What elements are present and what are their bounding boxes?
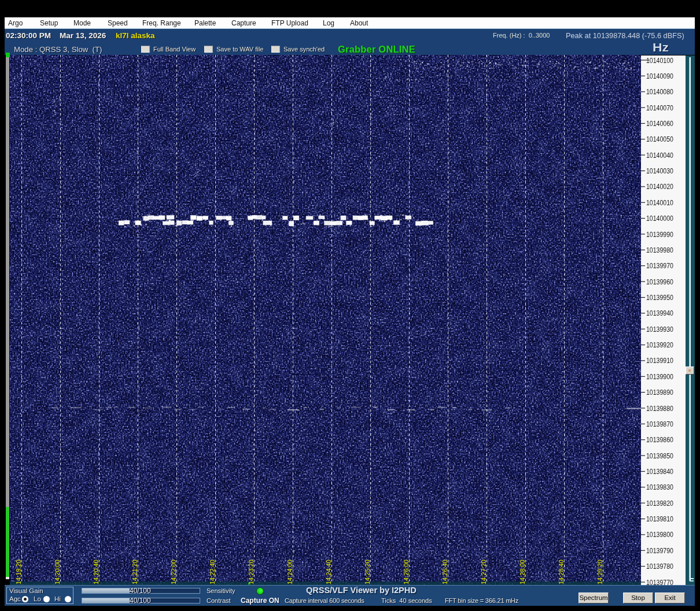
svg-text:10139770: 10139770 — [646, 578, 673, 586]
svg-text:10140020: 10140020 — [646, 182, 673, 191]
svg-text:10140030: 10140030 — [646, 166, 673, 175]
svg-text:10139790: 10139790 — [646, 546, 673, 555]
svg-text:10139810: 10139810 — [646, 514, 673, 523]
svg-text:14:22:00: 14:22:00 — [170, 560, 177, 584]
svg-text:10139840: 10139840 — [646, 467, 673, 476]
svg-text:10139900: 10139900 — [646, 372, 673, 381]
svg-text:14:24:00: 14:24:00 — [286, 560, 293, 584]
svg-text:14:29:20: 14:29:20 — [596, 560, 603, 584]
svg-text:14:21:20: 14:21:20 — [131, 560, 138, 584]
svg-text:10139880: 10139880 — [646, 404, 673, 413]
svg-text:10139960: 10139960 — [646, 277, 673, 286]
svg-text:14:23:20: 14:23:20 — [248, 560, 255, 584]
svg-text:10139970: 10139970 — [646, 261, 673, 270]
svg-text:10139910: 10139910 — [646, 356, 673, 365]
svg-text:10139930: 10139930 — [646, 325, 673, 334]
svg-text:10140050: 10140050 — [646, 135, 673, 143]
svg-text:10139890: 10139890 — [646, 388, 673, 397]
svg-text:10139850: 10139850 — [646, 451, 673, 460]
svg-text:10140060: 10140060 — [646, 119, 673, 128]
svg-text:10140040: 10140040 — [646, 151, 673, 160]
svg-text:10139980: 10139980 — [646, 246, 673, 254]
svg-text:14:26:40: 14:26:40 — [441, 560, 448, 584]
svg-text:10140010: 10140010 — [646, 198, 673, 207]
svg-text:10139920: 10139920 — [646, 340, 673, 349]
svg-text:10139860: 10139860 — [646, 435, 673, 444]
svg-text:14:19:20: 14:19:20 — [15, 560, 22, 584]
svg-text:10139950: 10139950 — [646, 293, 673, 302]
svg-text:10139940: 10139940 — [646, 309, 673, 317]
svg-text:10139870: 10139870 — [646, 420, 673, 428]
svg-text:10139830: 10139830 — [646, 483, 673, 491]
svg-text:10139820: 10139820 — [646, 499, 673, 508]
svg-text:10140080: 10140080 — [646, 87, 673, 96]
svg-text:10139800: 10139800 — [646, 530, 673, 539]
svg-text:10139780: 10139780 — [646, 562, 673, 571]
svg-text:14:28:40: 14:28:40 — [558, 560, 565, 584]
svg-text:10140070: 10140070 — [646, 103, 673, 112]
svg-text:14:26:00: 14:26:00 — [403, 560, 410, 584]
svg-text:14:22:40: 14:22:40 — [209, 560, 216, 584]
svg-text:14:20:00: 14:20:00 — [54, 560, 61, 584]
svg-text:14:24:40: 14:24:40 — [325, 560, 332, 584]
svg-text:14:25:20: 14:25:20 — [364, 560, 371, 584]
svg-text:10140100: 10140100 — [646, 56, 673, 65]
svg-text:10140000: 10140000 — [646, 214, 673, 223]
svg-text:10139990: 10139990 — [646, 230, 673, 239]
svg-text:14:20:40: 14:20:40 — [93, 560, 100, 584]
svg-text:14:27:20: 14:27:20 — [480, 560, 487, 584]
svg-text:14:28:00: 14:28:00 — [519, 560, 526, 584]
svg-text:10140090: 10140090 — [646, 72, 673, 80]
